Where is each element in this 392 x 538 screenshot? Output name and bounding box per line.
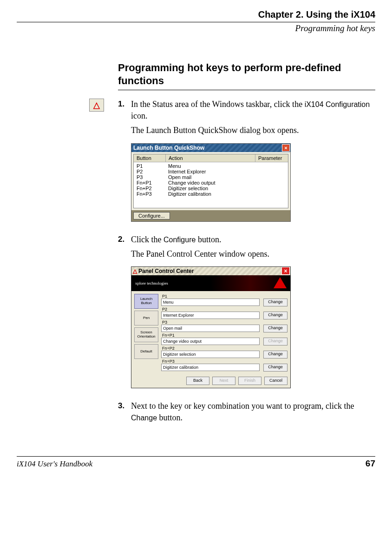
section-heading: Programming hot keys to perform pre-defi…: [118, 61, 375, 87]
list-item[interactable]: Fn+P3Digitizer calibration: [134, 191, 288, 197]
quickshow-header-row: Button Action Parameter: [134, 154, 288, 162]
footer-handbook: iX104 User's Handbook: [17, 459, 92, 469]
pcc-entry: P2 Internet Explorer Change: [161, 307, 287, 319]
pcc-entry: P3 Open mail Change: [161, 320, 287, 332]
pcc-footer: Back Next Finish Cancel: [131, 375, 290, 388]
list-item[interactable]: Fn+P2Digitizer selection: [134, 186, 288, 191]
pcc-titlebar: △Panel Control Center ×: [131, 267, 290, 275]
next-button: Next: [212, 377, 235, 385]
key-label: P1: [161, 294, 287, 299]
step-1-number: 1.: [118, 99, 131, 109]
key-label: Fn+P2: [161, 346, 287, 351]
list-item[interactable]: Fn+P1Change video output: [134, 180, 288, 186]
back-button[interactable]: Back: [186, 377, 209, 385]
key-label: Fn+P3: [161, 359, 287, 364]
key-label: P3: [161, 320, 287, 325]
value-field[interactable]: Digitizer calibration: [161, 364, 260, 371]
warning-icon: △: [133, 268, 137, 274]
pcc-tabs: Launch Button Pen Screen Orientation Def…: [134, 294, 158, 372]
configure-button[interactable]: Configure...: [133, 212, 170, 219]
chapter-title: Chapter 2. Using the iX104: [17, 9, 375, 20]
pcc-banner: xplore technologies: [131, 275, 290, 291]
close-icon[interactable]: ×: [282, 144, 290, 152]
key-label: Fn+P1: [161, 333, 287, 338]
pcc-title: Panel Control Center: [138, 268, 194, 274]
tab-launch-button[interactable]: Launch Button: [134, 294, 158, 309]
list-item[interactable]: P3Open mail: [134, 174, 288, 180]
step-2-text: Click the Configure button.: [131, 234, 375, 246]
col-action[interactable]: Action: [166, 154, 255, 162]
cancel-button[interactable]: Cancel: [264, 377, 287, 385]
page-footer: iX104 User's Handbook 67: [17, 456, 375, 469]
change-button[interactable]: Change: [263, 312, 287, 319]
quickshow-dialog: Launch Button QuickShow × Button Action …: [131, 143, 291, 222]
quickshow-titlebar: Launch Button QuickShow ×: [131, 144, 290, 152]
value-field[interactable]: Open mail: [161, 325, 260, 332]
change-button: Change: [263, 338, 287, 345]
list-item[interactable]: P1Menu: [134, 163, 288, 169]
pcc-entry: Fn+P1 Change video output Change: [161, 333, 287, 345]
value-field[interactable]: Digitizer selection: [161, 351, 260, 358]
step-3-text: Next to the key or key combination you w…: [131, 400, 375, 424]
value-field[interactable]: Change video output: [161, 338, 260, 345]
tab-screen-orientation[interactable]: Screen Orientation: [134, 327, 158, 342]
step-2-number: 2.: [118, 234, 131, 244]
quickshow-title: Launch Button QuickShow: [133, 144, 204, 152]
close-icon[interactable]: ×: [281, 267, 290, 275]
change-button[interactable]: Change: [263, 325, 287, 332]
header-section: Programming hot keys: [17, 23, 375, 33]
pcc-entry: Fn+P2 Digitizer selection Change: [161, 346, 287, 359]
page-number: 67: [366, 458, 375, 469]
finish-button: Finish: [238, 377, 261, 385]
col-button[interactable]: Button: [134, 154, 166, 162]
tab-default[interactable]: Default: [134, 344, 158, 359]
step-1: △ 1. In the Status area of the Windows t…: [118, 99, 375, 222]
quickshow-rows: P1Menu P2Internet Explorer P3Open mail F…: [134, 162, 288, 208]
list-item[interactable]: P2Internet Explorer: [134, 169, 288, 174]
quickshow-footer: Configure...: [131, 210, 290, 221]
col-parameter[interactable]: Parameter: [255, 154, 288, 162]
value-field[interactable]: Menu: [161, 299, 260, 306]
quickshow-list: Button Action Parameter P1Menu P2Interne…: [133, 154, 288, 208]
tab-pen[interactable]: Pen: [134, 311, 158, 325]
panel-control-center-dialog: △Panel Control Center × xplore technolog…: [131, 266, 291, 388]
pcc-entry: Fn+P3 Digitizer calibration Change: [161, 359, 287, 372]
step-3-number: 3.: [118, 400, 131, 411]
step-2: 2. Click the Configure button. The Panel…: [118, 234, 375, 388]
triangle-logo-icon: [274, 277, 287, 288]
pcc-grid: P1 Menu Change P2 Internet Explorer Chan…: [161, 294, 287, 372]
change-button[interactable]: Change: [263, 299, 287, 306]
warning-icon: △: [89, 99, 104, 112]
key-label: P2: [161, 307, 287, 312]
step-2-followup: The Panel Control Center window opens.: [131, 248, 375, 260]
step-1-followup: The Launch Button QuickShow dialog box o…: [131, 125, 375, 136]
step-3: 3. Next to the key or key combination yo…: [118, 400, 375, 424]
step-1-text: In the Status area of the Windows taskba…: [131, 99, 375, 122]
pcc-entry: P1 Menu Change: [161, 294, 287, 306]
value-field[interactable]: Internet Explorer: [161, 312, 260, 319]
change-button[interactable]: Change: [263, 351, 287, 359]
change-button[interactable]: Change: [263, 364, 287, 372]
section-rule: [118, 90, 375, 90]
brand-label: xplore technologies: [135, 281, 168, 286]
header-rule: [17, 22, 375, 22]
